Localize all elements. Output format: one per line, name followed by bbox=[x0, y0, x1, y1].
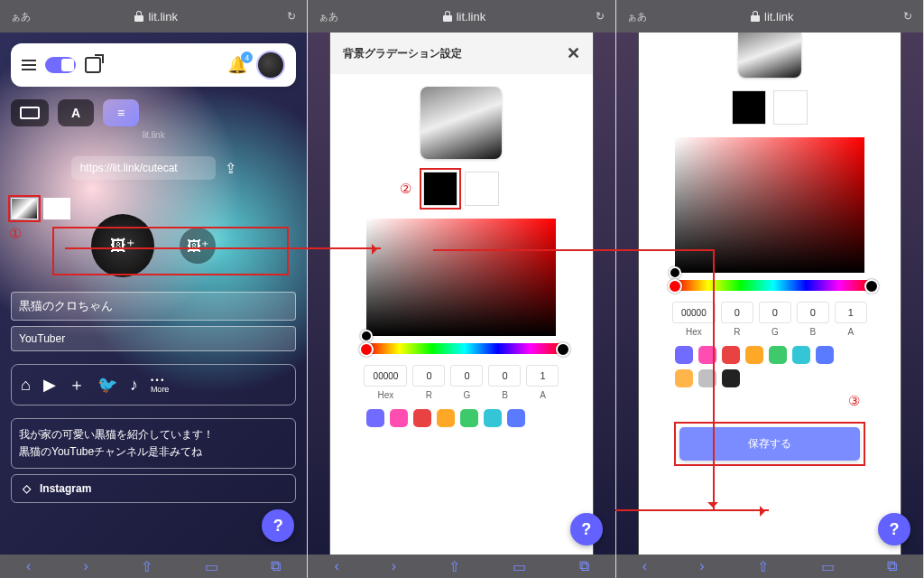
a-input[interactable]: 1 bbox=[526, 365, 559, 387]
color-stop-2[interactable] bbox=[773, 90, 808, 125]
url-display[interactable]: lit.link bbox=[346, 10, 582, 23]
r-input[interactable]: 0 bbox=[412, 365, 445, 387]
sv-cursor[interactable] bbox=[360, 330, 373, 342]
hue-slider[interactable] bbox=[366, 343, 563, 354]
preset-swatch[interactable] bbox=[366, 409, 384, 427]
external-link-icon[interactable] bbox=[85, 57, 101, 73]
b-input[interactable]: 0 bbox=[488, 365, 521, 387]
preset-swatch[interactable] bbox=[390, 409, 408, 427]
desc-line-1: 我が家の可愛い黒猫を紹介しています！ bbox=[19, 426, 288, 443]
share-icon[interactable]: ⇧ bbox=[448, 558, 460, 575]
preset-swatch[interactable] bbox=[675, 346, 693, 364]
preset-swatch[interactable] bbox=[698, 369, 716, 387]
preset-swatch[interactable] bbox=[698, 346, 716, 364]
r-input[interactable]: 0 bbox=[721, 302, 753, 323]
profile-url-input[interactable] bbox=[71, 156, 216, 180]
text-size-control[interactable]: ぁあ bbox=[11, 10, 31, 23]
tabs-icon[interactable]: ⧉ bbox=[271, 558, 281, 574]
close-icon[interactable]: ✕ bbox=[567, 43, 580, 63]
preset-swatch[interactable] bbox=[769, 346, 787, 364]
b-input[interactable]: 0 bbox=[797, 302, 829, 323]
help-fab[interactable]: ? bbox=[878, 513, 910, 545]
url-display[interactable]: lit.link bbox=[38, 10, 274, 23]
forward-icon[interactable]: › bbox=[84, 558, 88, 574]
hex-label: Hex bbox=[686, 327, 702, 337]
bg-right bbox=[901, 33, 923, 555]
preset-swatch[interactable] bbox=[460, 409, 478, 427]
bg-right bbox=[594, 33, 615, 555]
alpha-cursor[interactable] bbox=[864, 279, 879, 294]
layout-mode-button[interactable] bbox=[11, 99, 49, 126]
bookmarks-icon[interactable]: ▭ bbox=[821, 558, 835, 575]
bookmarks-icon[interactable]: ▭ bbox=[205, 558, 218, 575]
alpha-cursor[interactable] bbox=[556, 342, 570, 357]
tiktok-icon[interactable]: ♪ bbox=[130, 376, 138, 395]
preset-swatch[interactable] bbox=[792, 346, 810, 364]
hex-input[interactable]: 00000 bbox=[364, 365, 407, 387]
safari-bottom-bar: ‹ › ⇧ ▭ ⧉ bbox=[616, 555, 923, 578]
hue-bar[interactable] bbox=[675, 280, 872, 291]
sv-panel[interactable] bbox=[366, 219, 556, 336]
a-input[interactable]: 1 bbox=[835, 302, 867, 323]
help-fab[interactable]: ? bbox=[262, 509, 294, 542]
preset-swatch[interactable] bbox=[816, 346, 834, 364]
forward-icon[interactable]: › bbox=[699, 558, 704, 574]
description-field[interactable]: 我が家の可愛い黒猫を紹介しています！ 黒猫のYouTubeチャンネル是非みてね bbox=[11, 418, 296, 469]
reload-icon[interactable]: ↻ bbox=[590, 10, 605, 23]
hue-cursor-left[interactable] bbox=[359, 342, 374, 357]
instagram-link-card[interactable]: ◇ Instagram bbox=[11, 474, 296, 503]
menu-icon[interactable] bbox=[22, 60, 36, 70]
youtube-icon[interactable]: ▶ bbox=[43, 375, 56, 395]
pane-2-gradient-modal: ぁあ lit.link ↻ 背景グラデーション設定 ✕ ② bbox=[308, 0, 615, 578]
role-field[interactable]: YouTuber bbox=[11, 326, 296, 351]
hue-slider[interactable] bbox=[675, 280, 872, 291]
g-input[interactable]: 0 bbox=[759, 302, 791, 323]
sv-cursor[interactable] bbox=[669, 266, 681, 279]
back-icon[interactable]: ‹ bbox=[334, 558, 338, 574]
text-size-control[interactable]: ぁあ bbox=[627, 10, 647, 23]
instagram-icon[interactable]: ⌂ bbox=[21, 376, 31, 395]
color-stop-1[interactable] bbox=[732, 90, 766, 125]
preset-swatch[interactable] bbox=[507, 409, 525, 427]
bookmarks-icon[interactable]: ▭ bbox=[513, 558, 526, 575]
preset-swatch[interactable] bbox=[437, 409, 455, 427]
preset-swatch[interactable] bbox=[484, 409, 502, 427]
twitter-icon[interactable]: 🐦 bbox=[97, 375, 117, 395]
hue-cursor-left[interactable] bbox=[668, 279, 682, 294]
hex-input[interactable]: 00000 bbox=[672, 302, 716, 323]
preset-swatch[interactable] bbox=[675, 369, 693, 387]
avatar[interactable] bbox=[256, 51, 285, 79]
url-display[interactable]: lit.link bbox=[654, 10, 891, 23]
preset-swatch[interactable] bbox=[722, 369, 740, 387]
more-dots[interactable]: • • •More bbox=[151, 376, 170, 394]
color-stop-2[interactable] bbox=[465, 172, 499, 206]
gradient-mode-button[interactable]: ≡ bbox=[103, 99, 139, 126]
g-input[interactable]: 0 bbox=[450, 365, 483, 387]
save-button[interactable]: 保存する bbox=[679, 427, 860, 461]
preset-swatch[interactable] bbox=[413, 409, 431, 427]
text-mode-button[interactable]: A bbox=[58, 99, 94, 126]
preset-swatch[interactable] bbox=[745, 346, 763, 364]
tabs-icon[interactable]: ⧉ bbox=[887, 558, 897, 574]
add-icon[interactable]: ＋ bbox=[69, 374, 85, 396]
back-icon[interactable]: ‹ bbox=[26, 558, 31, 574]
text-size-control[interactable]: ぁあ bbox=[319, 10, 338, 23]
notifications-icon[interactable]: 🔔 4 bbox=[227, 55, 247, 75]
gradient-modal: 00000Hex 0R 0G 0B 1A ③ 保存する bbox=[639, 33, 901, 555]
forward-icon[interactable]: › bbox=[392, 558, 396, 574]
social-links-row[interactable]: ⌂ ▶ ＋ 🐦 ♪ • • •More bbox=[11, 364, 296, 406]
display-name-field[interactable]: 黒猫のクロちゃん bbox=[11, 292, 296, 321]
reload-icon[interactable]: ↻ bbox=[282, 10, 296, 23]
share-icon[interactable]: ⇧ bbox=[757, 558, 769, 575]
preset-swatch[interactable] bbox=[722, 346, 740, 364]
share-icon[interactable]: ⇪ bbox=[225, 160, 236, 177]
help-fab[interactable]: ? bbox=[570, 513, 603, 545]
edit-toggle[interactable] bbox=[45, 57, 76, 73]
sv-panel[interactable] bbox=[675, 137, 864, 273]
watermark: lit.link bbox=[11, 130, 296, 140]
reload-icon[interactable]: ↻ bbox=[898, 10, 912, 23]
back-icon[interactable]: ‹ bbox=[642, 558, 647, 574]
share-icon[interactable]: ⇧ bbox=[141, 558, 152, 575]
tabs-icon[interactable]: ⧉ bbox=[579, 558, 589, 574]
hue-bar[interactable] bbox=[366, 343, 563, 354]
